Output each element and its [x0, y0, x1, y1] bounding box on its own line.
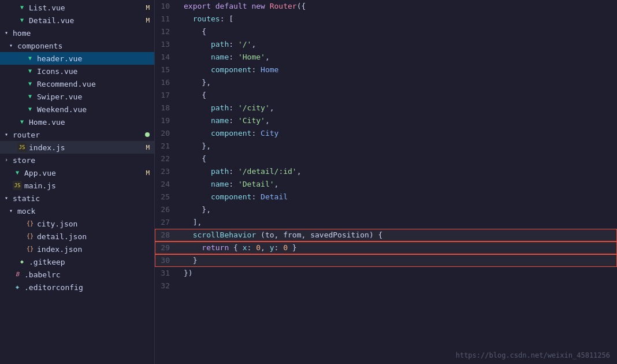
sidebar-item-icons-vue[interactable]: ▼ Icons.vue — [0, 65, 154, 77]
sidebar-item-app-vue[interactable]: ▼ App.vue M — [0, 166, 154, 179]
arrow-icon — [9, 207, 16, 214]
line-number: 24 — [155, 178, 179, 191]
sidebar-item-index-js[interactable]: JS index.js M — [0, 141, 154, 154]
sidebar-item-city-json[interactable]: {} city.json — [0, 217, 154, 230]
sidebar-item-label: Recommend.vue — [37, 80, 154, 88]
sidebar-item-main-js[interactable]: JS main.js — [0, 179, 154, 192]
code-line: 23 path: '/detail/:id', — [155, 165, 617, 178]
code-line: 16 }, — [155, 76, 617, 89]
line-number: 31 — [155, 267, 179, 280]
line-content: path: '/city', — [179, 102, 617, 114]
line-content: name: 'Detail', — [179, 178, 617, 191]
sidebar-item-components[interactable]: components — [0, 39, 154, 52]
sidebar-item-static[interactable]: static — [0, 192, 154, 205]
sidebar-item-index-json[interactable]: {} index.json — [0, 243, 154, 255]
code-line: 19 name: 'City', — [155, 114, 617, 127]
arrow-icon — [9, 42, 16, 49]
line-content: name: 'Home', — [179, 51, 617, 64]
line-content: component: Detail — [179, 191, 617, 203]
sidebar-item-label: List.vue — [29, 3, 146, 12]
line-content: path: '/', — [179, 38, 617, 51]
vue-file-icon: ▼ — [25, 54, 35, 63]
sidebar-item-detail-vue[interactable]: ▼ Detail.vue M — [0, 14, 154, 27]
sidebar-item-home[interactable]: home — [0, 27, 154, 39]
sidebar-item-label: mock — [17, 207, 154, 216]
vue-file-icon: ▼ — [17, 117, 27, 127]
sidebar-item-babelrc[interactable]: B .babelrc — [0, 268, 154, 281]
sidebar-item-label: App.vue — [24, 169, 146, 177]
sidebar-item-weekend-vue[interactable]: ▼ Weekend.vue — [0, 103, 154, 116]
editorconfig-file-icon: ◈ — [13, 283, 22, 292]
line-number: 29 — [155, 242, 179, 254]
file-explorer: ▼ List.vue M ▼ Detail.vue M home compone… — [0, 0, 155, 364]
line-content — [179, 280, 617, 292]
sidebar-item-label: Detail.vue — [29, 16, 146, 25]
sidebar-item-label: components — [17, 42, 154, 50]
line-content: routes: [ — [179, 13, 617, 25]
vue-file-icon: ▼ — [25, 66, 35, 76]
code-editor[interactable]: 10export default new Router({11 routes: … — [155, 0, 617, 364]
line-number: 15 — [155, 64, 179, 76]
code-content: 10export default new Router({11 routes: … — [155, 0, 617, 364]
sidebar-item-gitkeep[interactable]: ◆ .gitkeep — [0, 255, 154, 268]
vue-file-icon: ▼ — [17, 3, 27, 12]
js-file-icon: JS — [17, 143, 27, 152]
line-number: 14 — [155, 51, 179, 64]
sidebar-item-label: Weekend.vue — [37, 105, 154, 114]
sidebar-item-label: .editorconfig — [24, 283, 154, 292]
sidebar-item-header-vue[interactable]: ▼ header.vue — [0, 52, 154, 65]
vue-file-icon: ▼ — [25, 79, 35, 88]
line-number: 13 — [155, 38, 179, 51]
line-content: } — [179, 254, 617, 267]
line-content: scrollBehavior (to, from, savedPosition)… — [179, 229, 617, 242]
vue-file-icon: ▼ — [17, 16, 27, 25]
line-content: path: '/detail/:id', — [179, 165, 617, 178]
sidebar-item-label: city.json — [37, 220, 154, 228]
sidebar-item-home-vue[interactable]: ▼ Home.vue — [0, 116, 154, 128]
sidebar-item-detail-json[interactable]: {} detail.json — [0, 230, 154, 243]
arrow-icon — [5, 157, 12, 164]
sidebar-item-list-vue[interactable]: ▼ List.vue M — [0, 1, 154, 14]
sidebar-item-recommend-vue[interactable]: ▼ Recommend.vue — [0, 77, 154, 90]
line-number: 18 — [155, 102, 179, 114]
sidebar-item-label: index.json — [37, 245, 154, 254]
code-line: 21 }, — [155, 140, 617, 153]
code-line: 18 path: '/city', — [155, 102, 617, 114]
sidebar-item-label: Home.vue — [29, 118, 154, 127]
code-line: 25 component: Detail — [155, 191, 617, 203]
sidebar-item-swiper-vue[interactable]: ▼ Swiper.vue — [0, 90, 154, 103]
sidebar-item-router[interactable]: router — [0, 128, 154, 141]
modified-badge: M — [146, 169, 150, 177]
line-content: export default new Router({ — [179, 0, 617, 13]
line-number: 26 — [155, 203, 179, 216]
line-number: 25 — [155, 191, 179, 203]
code-line: 27 ], — [155, 216, 617, 229]
sidebar-item-store[interactable]: store — [0, 154, 154, 166]
modified-badge: M — [146, 144, 150, 151]
line-number: 19 — [155, 114, 179, 127]
sidebar-item-editorconfig[interactable]: ◈ .editorconfig — [0, 281, 154, 294]
code-line: 28 scrollBehavior (to, from, savedPositi… — [155, 229, 617, 242]
code-line: 14 name: 'Home', — [155, 51, 617, 64]
code-line: 22 { — [155, 153, 617, 165]
editor-area: 10export default new Router({11 routes: … — [155, 0, 617, 364]
line-content: }, — [179, 140, 617, 153]
watermark: https://blog.csdn.net/weixin_45811256 — [456, 351, 610, 359]
line-content: component: Home — [179, 64, 617, 76]
sidebar-item-mock[interactable]: mock — [0, 205, 154, 217]
line-number: 10 — [155, 0, 179, 13]
code-line: 17 { — [155, 89, 617, 102]
code-line: 32 — [155, 280, 617, 292]
code-line: 20 component: City — [155, 127, 617, 140]
arrow-icon — [5, 195, 12, 202]
line-content: return { x: 0, y: 0 } — [179, 242, 617, 254]
sidebar-item-label: router — [13, 131, 145, 139]
line-number: 22 — [155, 153, 179, 165]
js-file-icon: JS — [13, 181, 22, 190]
code-line: 12 { — [155, 25, 617, 38]
code-line: 11 routes: [ — [155, 13, 617, 25]
line-number: 23 — [155, 165, 179, 178]
line-content: }, — [179, 203, 617, 216]
sidebar-item-label: index.js — [29, 143, 146, 152]
sidebar-item-label: detail.json — [37, 232, 154, 241]
